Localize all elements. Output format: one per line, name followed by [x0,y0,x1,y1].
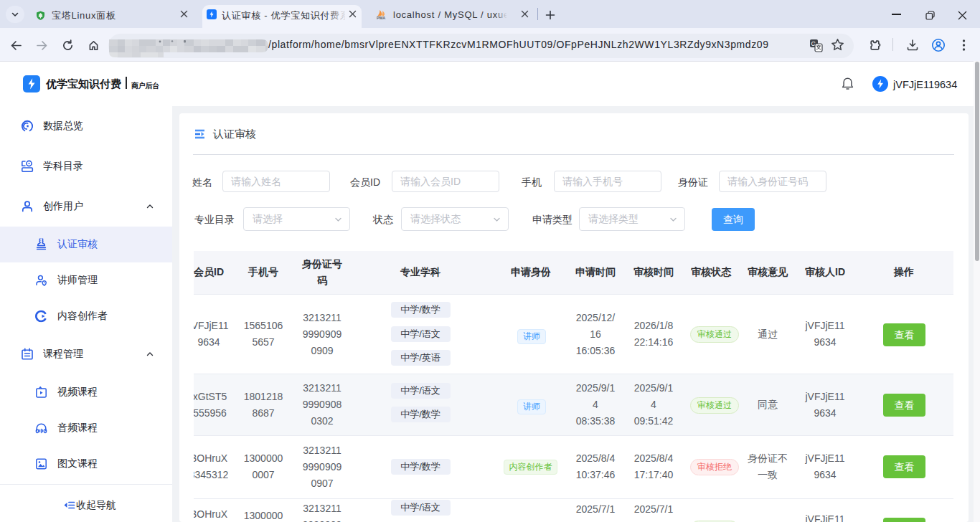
svg-text:PMA: PMA [377,16,385,20]
